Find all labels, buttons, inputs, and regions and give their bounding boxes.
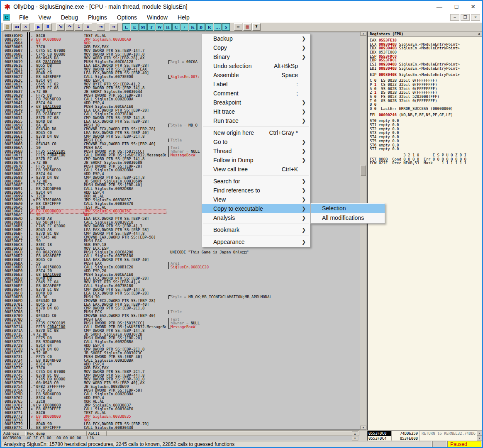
stack-scroll-down-icon[interactable]: ▼	[477, 436, 482, 441]
toolbar-close-program-button[interactable]: ✕	[22, 23, 30, 31]
asm-line[interactable]: 0083072B>837D D4 08CMP DWORD PTR SS:[EBP…	[3, 348, 360, 351]
asm-line[interactable]: 00830708.51PUSH ECXTitle	[3, 310, 360, 314]
asm-line[interactable]: 008306F4.837D EC 08CMP DWORD PTR SS:[EBP…	[3, 288, 360, 292]
toolbar-run-button[interactable]: ▶	[34, 23, 43, 31]
asm-line[interactable]: 008306EF.E8 8CAAF0FFCALL SiglusEn.0073B1…	[3, 284, 360, 288]
asm-line[interactable]: 00830754.^0F82 3FFFFFFFJB SiglusEn.00830…	[3, 385, 360, 389]
asm-line[interactable]: 008306F8.8D4D D8LEA ECX,DWORD PTR SS:[EB…	[3, 292, 360, 295]
asm-line[interactable]: 00830728.83C4 04ADD ESP,4	[3, 344, 360, 348]
menu-item-follow-in-dump[interactable]: Follow in Dump❯	[202, 156, 310, 165]
dump-scroll-down-icon[interactable]: ▼	[352, 436, 358, 441]
menu-item-analysis[interactable]: Analysis❯	[202, 213, 310, 222]
toolbar-pause-button[interactable]: Ⅱ	[44, 23, 52, 31]
asm-line[interactable]: 00830767.vE9 CB000000JMP SiglusEn.008308…	[3, 404, 360, 407]
menu-plugins[interactable]: Plugins	[83, 12, 112, 22]
menu-help[interactable]: Help	[173, 12, 195, 22]
dump-scroll-up-icon[interactable]: ▲	[352, 431, 358, 436]
registers-header[interactable]: Registers (FPU) <	[368, 32, 482, 37]
menu-item-find-references-to[interactable]: Find references to❯	[202, 186, 310, 195]
asm-line[interactable]: 008306EB.C645 FC 04MOV BYTE PTR SS:[EBP-…	[3, 280, 360, 284]
cpu-child-icon[interactable]: C	[3, 14, 10, 21]
menu-item-breakpoint[interactable]: Breakpoint❯	[202, 98, 310, 107]
stack-row[interactable]: 0553FDC4053FE000	[368, 436, 481, 441]
asm-line[interactable]: 008306CB.8BCCMOV ECX,ESP	[3, 247, 360, 251]
mdi-close-button[interactable]: ×	[471, 14, 480, 21]
toolbar-letter-R-button[interactable]: R	[205, 23, 213, 31]
asm-line[interactable]: 00830749.C745 D0 00000MOV DWORD PTR SS:[…	[3, 377, 360, 381]
toolbar-letter-T-button[interactable]: T	[147, 23, 155, 31]
menu-item-thread[interactable]: Thread❯	[202, 146, 310, 156]
menu-item-search-for[interactable]: Search for❯	[202, 177, 310, 186]
stack-scroll-up-icon[interactable]: ▲	[477, 431, 482, 436]
asm-line[interactable]: 0083077C.E8 AFFCFFFFCALL SiglusEn.008304…	[3, 426, 360, 430]
menu-item-view-call-tree[interactable]: View call treeCtrl+K	[202, 165, 310, 174]
asm-line[interactable]: 008306E3.68 E0A1C600PUSH SiglusEn.00C6A1…	[3, 273, 360, 277]
toolbar-open-file-button[interactable]: ▨	[3, 23, 12, 31]
asm-line[interactable]: 0083071E.v72 0BJB SHORT SiglusEn.0083072…	[3, 333, 360, 336]
toolbar-letter-E-button[interactable]: E	[131, 23, 139, 31]
asm-line[interactable]: 00830745.837D BC 08CMP DWORD PTR SS:[EBP…	[3, 374, 360, 377]
asm-line[interactable]: 0083075A.FF75 A8PUSH DWORD PTR SS:[EBP-5…	[3, 389, 360, 392]
asm-line[interactable]: 00830723.E8 92D40F00CALL SiglusEn.0092DB…	[3, 340, 360, 344]
scroll-up-arrow[interactable]: ▲	[360, 32, 366, 36]
asm-line[interactable]: 00830701.8D45 C0LEA EAX,DWORD PTR SS:[EB…	[3, 303, 360, 307]
menu-window[interactable]: Window	[142, 12, 173, 22]
menu-item-assemble[interactable]: AssembleSpace	[202, 71, 310, 80]
toolbar-letter-S-button[interactable]: S	[222, 23, 230, 31]
toolbar-letter-H-button[interactable]: H	[164, 23, 172, 31]
asm-line[interactable]: 00830771.84C0TEST AL,AL	[3, 411, 360, 415]
asm-line[interactable]: 00830709.0F4345 C0CMOVNB EAX,DWORD PTR S…	[3, 314, 360, 318]
menu-file[interactable]: File	[14, 12, 34, 22]
toolbar-letter-C-button[interactable]: C	[172, 23, 180, 31]
asm-line[interactable]: 0083073C>33C0XOR EAX,EAX	[3, 366, 360, 370]
asm-line[interactable]: 008306D7.8D45 C0LEA EAX,DWORD PTR SS:[EB…	[3, 258, 360, 262]
asm-line[interactable]: 008306D2.E8 A9AAF0FFCALL SiglusEn.0073B1…	[3, 254, 360, 258]
toolbar-view-list-button[interactable]: ≡	[234, 23, 242, 31]
asm-line[interactable]: 0083071A.837D EC 08CMP DWORD PTR SS:[EBP…	[3, 329, 360, 333]
asm-line[interactable]: 00830779.8D4D 90LEA ECX,DWORD PTR SS:[EB…	[3, 422, 360, 426]
menu-item-view[interactable]: View❯	[202, 195, 310, 204]
submenu-item-selection[interactable]: Selection	[311, 204, 385, 213]
asm-line[interactable]: 00830739.83C4 04ADD ESP,4	[3, 363, 360, 366]
toolbar-letter-L-button[interactable]: L	[122, 23, 130, 31]
asm-line[interactable]: 00830720.FF75 D8PUSH DWORD PTR SS:[EBP-2…	[3, 336, 360, 340]
asm-line[interactable]: 008306DA.50PUSH EAXArg1	[3, 262, 360, 265]
asm-line[interactable]: 00830714.FF15 C0D4C100CALL DWORD PTR DS:…	[3, 325, 360, 329]
menu-item-undo-selection[interactable]: Undo selectionAlt+BkSp	[202, 61, 310, 71]
toolbar-animate-over-button[interactable]: ⇟	[84, 23, 92, 31]
menu-item-copy[interactable]: Copy❯	[202, 43, 310, 52]
asm-line[interactable]: 008306FB.6A 30PUSH 30Style = MB_OK¦MB_IC…	[3, 295, 360, 299]
asm-line[interactable]: 008306E8.8D4D D8LEA ECX,DWORD PTR SS:[EB…	[3, 277, 360, 280]
toolbar-appearance-button[interactable]: ▦	[243, 23, 251, 31]
menu-view[interactable]: View	[34, 12, 56, 22]
asm-line[interactable]: 00830704.837D D4 08CMP DWORD PTR SS:[EBP…	[3, 307, 360, 310]
menu-item-backup[interactable]: Backup❯	[202, 34, 310, 43]
toolbar-animate-into-button[interactable]: ⇣	[75, 23, 83, 31]
maximize-button[interactable]: □	[455, 3, 458, 10]
asm-line[interactable]: 0083072F.v72 0BJB SHORT SiglusEn.0083073…	[3, 351, 360, 355]
menu-item-comment[interactable]: Comment;	[202, 89, 310, 98]
register-row[interactable]: O 0 LastErr ERROR_SUCCESS (00000000)	[370, 107, 480, 111]
title-bar[interactable]: ✱ OllyDbg - SiglusEngine.exe - [CPU - ma…	[1, 1, 482, 12]
toolbar-until-return-button[interactable]: ⇥	[97, 23, 105, 31]
asm-line[interactable]: 0083070E.FF35 CC5C0105PUSH DWORD PTR DS:…	[3, 321, 360, 325]
asm-line[interactable]: 0083070D.50PUSH EAXText	[3, 318, 360, 321]
toolbar-help-button[interactable]: ?	[252, 23, 261, 31]
asm-line[interactable]: 00830750.66:8945 C0MOV WORD PTR SS:[EBP-…	[3, 381, 360, 385]
submenu-item-all-modifications[interactable]: All modifications	[311, 213, 385, 223]
minimize-button[interactable]: —	[437, 3, 442, 10]
asm-line[interactable]: 00830762.83C4 04ADD ESP,4	[3, 396, 360, 400]
scroll-down-arrow[interactable]: ▼	[360, 426, 366, 430]
toolbar-letter-K-button[interactable]: K	[189, 23, 197, 31]
asm-line[interactable]: 00830773vE9 BD000000JMP SiglusEn.0083083…	[3, 415, 360, 419]
asm-line[interactable]: 008306DB.E8 40150800CALL SiglusEn.008B1C…	[3, 265, 360, 269]
register-row[interactable]: ST7 empty 0.0	[370, 147, 480, 151]
registers-collapse-icon[interactable]: <	[478, 32, 480, 37]
asm-line[interactable]: 008306E0.83C4 20ADD ESP,20	[3, 269, 360, 273]
toolbar-go-to-button[interactable]: ⇒	[110, 23, 118, 31]
menu-debug[interactable]: Debug	[56, 12, 83, 22]
menu-item-copy-to-executable[interactable]: Copy to executable❯	[202, 204, 310, 213]
asm-line[interactable]: 0083076C>E8 6FFDFFFFCALL SiglusEn.008304…	[3, 407, 360, 411]
toolbar-letter-B-button[interactable]: B	[197, 23, 205, 31]
asm-line[interactable]: 0083077890NOP	[3, 419, 360, 422]
